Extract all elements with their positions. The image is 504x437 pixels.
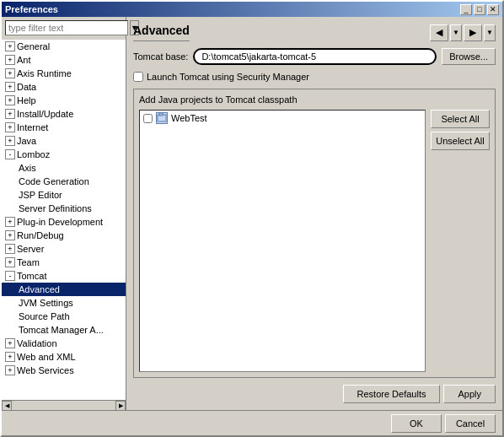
expand-team[interactable]: +: [5, 257, 15, 267]
tree-item-web-services[interactable]: + Web Services: [2, 364, 126, 377]
tomcat-base-row: Tomcat base: Browse...: [133, 48, 496, 65]
tomcat-base-label: Tomcat base:: [133, 51, 188, 62]
tree-item-advanced[interactable]: Advanced: [2, 283, 126, 296]
title-bar: Preferences _ □ ✕: [2, 2, 502, 17]
tree-item-install-update[interactable]: + Install/Update: [2, 107, 126, 121]
expand-internet[interactable]: +: [5, 122, 15, 132]
tree-label-web-services: Web Services: [17, 365, 74, 375]
tree-label-data: Data: [17, 82, 36, 92]
nav-back-dropdown[interactable]: ▼: [450, 24, 462, 41]
restore-defaults-button[interactable]: Restore Defaults: [343, 385, 441, 403]
expand-run-debug[interactable]: +: [5, 230, 15, 240]
tree-label-general: General: [17, 41, 50, 51]
tree-item-run-debug[interactable]: + Run/Debug: [2, 229, 126, 242]
tree-label-jsp-editor: JSP Editor: [19, 190, 62, 200]
tree-item-validation[interactable]: + Validation: [2, 337, 126, 350]
tree-label-help: Help: [17, 95, 36, 105]
panel-title: Advanced: [133, 24, 190, 41]
tree-item-axis-runtime[interactable]: + Axis Runtime: [2, 67, 126, 80]
expand-install-update[interactable]: +: [5, 109, 15, 119]
expand-axis-runtime[interactable]: +: [5, 68, 15, 78]
expand-server[interactable]: +: [5, 244, 15, 254]
tree-item-jsp-editor[interactable]: JSP Editor: [2, 188, 126, 202]
window-title: Preferences: [5, 4, 58, 14]
cancel-button[interactable]: Cancel: [445, 414, 496, 433]
tree-label-axis-runtime: Axis Runtime: [17, 68, 72, 78]
filter-input[interactable]: [5, 20, 128, 35]
scroll-left-arrow[interactable]: ◀: [2, 401, 12, 411]
expand-validation[interactable]: +: [5, 338, 15, 348]
tree-label-axis: Axis: [19, 163, 36, 173]
left-panel: ▼ + General + Ant + Axis Runtime +: [2, 17, 126, 410]
project-item-webtest[interactable]: WebTest: [140, 111, 425, 126]
tree-label-server: Server: [17, 244, 44, 254]
apply-button[interactable]: Apply: [443, 385, 496, 403]
tree-item-server[interactable]: + Server: [2, 242, 126, 256]
tree-label-advanced: Advanced: [19, 284, 60, 294]
expand-lomboz[interactable]: -: [5, 149, 15, 159]
nav-forward-button[interactable]: ▶: [464, 24, 482, 41]
expand-general[interactable]: +: [5, 41, 15, 51]
tree-item-tomcat-manager[interactable]: Tomcat Manager A...: [2, 323, 126, 337]
tree-item-internet[interactable]: + Internet: [2, 121, 126, 134]
expand-plugin-development[interactable]: +: [5, 217, 15, 227]
close-button[interactable]: ✕: [487, 4, 499, 15]
browse-button[interactable]: Browse...: [442, 48, 496, 65]
tree-label-jvm-settings: JVM Settings: [19, 298, 73, 308]
tree-item-server-definitions[interactable]: Server Definitions: [2, 202, 126, 215]
expand-ant[interactable]: +: [5, 55, 15, 65]
project-icon-webtest: [156, 112, 168, 124]
expand-web-xml[interactable]: +: [5, 352, 15, 362]
tomcat-base-input-wrap: [193, 48, 437, 65]
tree-label-run-debug: Run/Debug: [17, 230, 64, 240]
scroll-right-arrow[interactable]: ▶: [115, 401, 126, 411]
tree-item-general[interactable]: + General: [2, 40, 126, 53]
project-checkbox-webtest[interactable]: [143, 114, 153, 123]
filter-bar: ▼: [2, 17, 126, 40]
tree-item-lomboz[interactable]: - Lomboz: [2, 148, 126, 161]
tree-item-team[interactable]: + Team: [2, 256, 126, 269]
nav-forward-dropdown[interactable]: ▼: [484, 24, 496, 41]
tree-label-tomcat-manager: Tomcat Manager A...: [19, 325, 104, 335]
maximize-button[interactable]: □: [474, 4, 485, 15]
minimize-button[interactable]: _: [460, 4, 472, 15]
tree-item-source-path[interactable]: Source Path: [2, 310, 126, 323]
tree-item-jvm-settings[interactable]: JVM Settings: [2, 296, 126, 310]
expand-java[interactable]: +: [5, 136, 15, 146]
ok-button[interactable]: OK: [391, 414, 442, 433]
tree-label-validation: Validation: [17, 338, 57, 348]
tree-item-web-xml[interactable]: + Web and XML: [2, 350, 126, 364]
preferences-window: Preferences _ □ ✕ ▼ + General + Ant: [0, 0, 504, 437]
unselect-all-button[interactable]: Unselect All: [431, 132, 490, 150]
tree-item-axis[interactable]: Axis: [2, 161, 126, 175]
tree-item-help[interactable]: + Help: [2, 94, 126, 107]
tree-item-data[interactable]: + Data: [2, 80, 126, 94]
tree-item-java[interactable]: + Java: [2, 134, 126, 148]
dialog-bottom-bar: OK Cancel: [2, 410, 502, 435]
nav-back-button[interactable]: ◀: [430, 24, 448, 41]
security-checkbox[interactable]: [133, 72, 143, 82]
left-panel-scrollbar-bottom: ◀ ▶: [2, 400, 126, 410]
project-label-webtest: WebTest: [171, 113, 207, 123]
title-bar-buttons: _ □ ✕: [460, 4, 499, 15]
select-all-button[interactable]: Select All: [431, 110, 490, 128]
tree-label-server-definitions: Server Definitions: [19, 203, 92, 213]
expand-help[interactable]: +: [5, 95, 15, 105]
svg-rect-1: [159, 113, 163, 116]
projects-list[interactable]: WebTest: [139, 110, 426, 372]
tree-label-internet: Internet: [17, 122, 48, 132]
tree-item-ant[interactable]: + Ant: [2, 53, 126, 67]
java-projects-label: Add Java projects to Tomcat classpath: [139, 94, 490, 105]
expand-tomcat[interactable]: -: [5, 271, 15, 281]
main-area: ▼ + General + Ant + Axis Runtime +: [2, 17, 502, 410]
tree-label-lomboz: Lomboz: [17, 149, 50, 159]
tree-item-plugin-development[interactable]: + Plug-in Development: [2, 215, 126, 229]
expand-data[interactable]: +: [5, 82, 15, 92]
security-checkbox-row: Launch Tomcat using Security Manager: [133, 72, 496, 82]
tomcat-base-input[interactable]: [193, 48, 437, 65]
tree-item-tomcat[interactable]: - Tomcat: [2, 269, 126, 283]
expand-web-services[interactable]: +: [5, 365, 15, 375]
tree-item-code-generation[interactable]: Code Generation: [2, 175, 126, 188]
tree-label-java: Java: [17, 136, 36, 146]
java-btn-col: Select All Unselect All: [431, 110, 490, 372]
